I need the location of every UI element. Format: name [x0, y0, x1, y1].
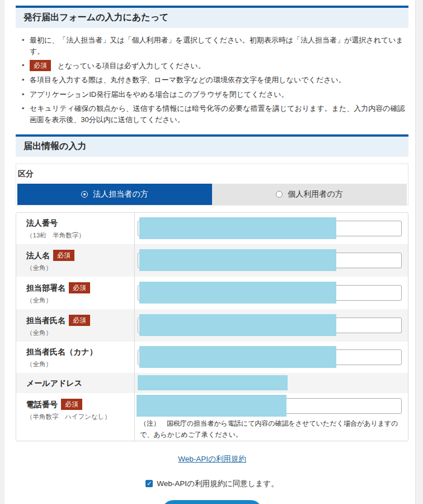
row-department-name: 担当部署名必須 （全角）	[16, 277, 408, 309]
terms-link[interactable]: Web-APIの利用規約	[178, 455, 246, 463]
agree-checkbox[interactable]: ✓	[145, 480, 153, 487]
field-label: 担当部署名	[26, 283, 65, 292]
bullet-item: セキュリティ確保の観点から、送信する情報には暗号化等の必要な措置を講じております…	[21, 103, 407, 125]
field-label: 法人名	[26, 251, 50, 260]
form-title: 届出情報の入力	[24, 141, 86, 151]
row-email: メールアドレス	[16, 373, 408, 393]
tab-individual-user[interactable]: 個人利用者の方	[212, 184, 407, 205]
bullet-item: 最初に、「法人担当者」又は「個人利用者」を選択してください。初期表示時は「法人担…	[21, 35, 407, 57]
bullet-item: 各項目を入力する際は、丸付き数字、ローマ数字などの環境依存文字を使用しないでくだ…	[21, 74, 407, 86]
field-label: 法人番号	[26, 218, 130, 228]
required-badge: 必須	[53, 250, 74, 261]
redaction-overlay	[139, 314, 336, 336]
field-sublabel: （全角）	[26, 296, 130, 305]
agree-row: ✓ Web-APIの利用規約に同意します。	[16, 479, 408, 489]
form-page: 発行届出フォームの入力にあたって 最初に、「法人担当者」又は「個人利用者」を選択…	[4, 0, 415, 504]
notification-form-section: 届出情報の入力 区分 法人担当者の方 個人利用者の方 法人番号 （	[16, 134, 408, 504]
redaction-overlay	[138, 375, 288, 390]
required-badge: 必須	[69, 282, 90, 293]
field-sublabel: （全角）	[26, 360, 130, 368]
category-label: 区分	[17, 169, 407, 179]
redaction-overlay	[139, 249, 336, 271]
redaction-overlay	[139, 282, 336, 304]
tab-corporate-label: 法人担当者の方	[93, 189, 148, 199]
required-badge: 必須	[30, 60, 51, 71]
intro-title: 発行届出フォームの入力にあたって	[24, 12, 168, 22]
tab-corporate-user[interactable]: 法人担当者の方	[17, 184, 212, 205]
redaction-overlay	[139, 346, 336, 368]
intro-bullet-list: 最初に、「法人担当者」又は「個人利用者」を選択してください。初期表示時は「法人担…	[16, 35, 408, 125]
row-contact-name: 担当者氏名必須 （全角）	[16, 309, 408, 342]
row-corporate-number: 法人番号 （13桁 半角数字）	[16, 213, 408, 244]
redaction-overlay	[139, 217, 336, 239]
field-label: 担当者氏名（カナ）	[26, 347, 130, 357]
agree-label: Web-APIの利用規約に同意します。	[157, 479, 278, 489]
field-sublabel: （13桁 半角数字）	[26, 231, 130, 240]
required-badge: 必須	[69, 315, 90, 326]
row-corporate-name: 法人名必須 （全角）	[16, 244, 408, 277]
user-type-tabbar: 法人担当者の方 個人利用者の方	[17, 184, 407, 205]
intro-section-header: 発行届出フォームの入力にあたって	[16, 6, 408, 28]
bullet-item-required: 必須 となっている項目は必ず入力してください。	[21, 60, 407, 72]
field-sublabel: （半角数字 ハイフンなし）	[26, 413, 130, 421]
radio-unselected-icon	[276, 191, 283, 198]
field-sublabel: （全角）	[26, 264, 130, 272]
field-label: 担当者氏名	[26, 316, 65, 325]
form-section-header: 届出情報の入力	[16, 134, 408, 157]
required-badge: 必須	[61, 399, 82, 410]
row-contact-name-kana: 担当者氏名（カナ） （全角）	[16, 342, 408, 373]
form-field-table: 法人番号 （13桁 半角数字） 法人名必須 （全角）	[16, 212, 408, 441]
field-sublabel: （全角）	[26, 329, 130, 337]
bullet-item: アプリケーションID発行届出をやめる場合はこのブラウザを閉じてください。	[21, 89, 407, 100]
row-phone-number: 電話番号必須 （半角数字 ハイフンなし） （注） 国税庁の担当者から電話にて内容…	[16, 393, 408, 441]
field-label: 電話番号	[26, 400, 58, 409]
phone-footnote: （注） 国税庁の担当者から電話にて内容の確認をさせていただく場合がありますので、…	[138, 418, 403, 441]
tab-individual-label: 個人利用者の方	[288, 189, 342, 199]
category-panel: 区分 法人担当者の方 個人利用者の方	[16, 164, 408, 206]
radio-selected-icon	[81, 191, 88, 198]
confirm-input-button[interactable]: 入力内容の確認	[162, 500, 262, 504]
redaction-overlay	[137, 395, 286, 417]
scrollbar-track[interactable]	[415, 0, 423, 504]
field-label: メールアドレス	[26, 379, 130, 389]
